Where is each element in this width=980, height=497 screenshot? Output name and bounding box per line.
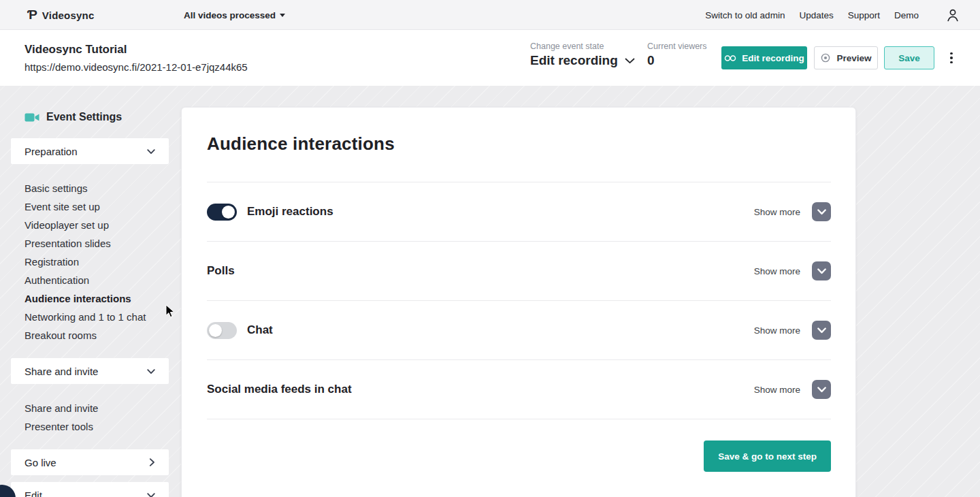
feature-row-polls: Polls Show more: [207, 242, 831, 301]
videosync-brand: Ƥ Videosync: [27, 0, 94, 30]
toggle-knob: [222, 206, 235, 219]
expand-chat-button[interactable]: [812, 321, 831, 340]
feature-label: Chat: [247, 323, 273, 337]
chevron-down-icon: [817, 268, 826, 274]
row-actions: Show more: [754, 261, 831, 280]
panel-footer: Save & go to next step: [207, 440, 831, 472]
caret-down-icon: [280, 14, 285, 17]
feature-row-social-media-feeds-in-chat: Social media feeds in chat Show more: [207, 360, 831, 419]
video-camera-icon: [24, 112, 39, 123]
sidebar-group-edit[interactable]: Edit: [11, 482, 169, 497]
sidebar-group-label: Preparation: [24, 146, 78, 157]
panel-title: Audience interactions: [207, 133, 831, 154]
chevron-down-icon: [625, 58, 635, 64]
expand-emoji-reactions-button[interactable]: [812, 202, 831, 221]
event-state-value: Edit recording: [530, 53, 618, 68]
sidebar-item-list: Share and invitePresenter tools: [24, 399, 155, 436]
brand-name: Videosync: [42, 10, 95, 21]
topbar-link-demo[interactable]: Demo: [894, 10, 919, 20]
show-more-link[interactable]: Show more: [754, 207, 800, 217]
current-viewers-count: 0: [647, 53, 707, 68]
show-more-link[interactable]: Show more: [754, 325, 800, 336]
sidebar-group-go-live[interactable]: Go live: [11, 449, 169, 475]
save-and-next-step-button[interactable]: Save & go to next step: [704, 440, 831, 472]
topbar-link-switch-to-old-admin[interactable]: Switch to old admin: [705, 10, 785, 20]
show-more-link[interactable]: Show more: [754, 385, 800, 395]
eye-icon: [820, 52, 831, 63]
sidebar-item-registration[interactable]: Registration: [24, 253, 155, 271]
expand-polls-button[interactable]: [812, 261, 831, 280]
topbar-link-updates[interactable]: Updates: [799, 10, 833, 20]
current-viewers-block: Current viewers 0: [647, 42, 707, 68]
video-status-label: All videos processed: [184, 10, 276, 20]
event-state-block: Change event state Edit recording: [530, 42, 635, 68]
more-options-kebab-menu[interactable]: [945, 46, 958, 69]
top-bar: Ƥ Videosync All videos processed Switch …: [0, 0, 980, 30]
feature-label: Polls: [207, 264, 235, 278]
sidebar: Event Settings Preparation Basic setting…: [0, 86, 180, 497]
feature-rows: Emoji reactions Show more Polls Show mor…: [207, 182, 831, 419]
record-infinity-icon: [724, 54, 736, 62]
show-more-link[interactable]: Show more: [754, 266, 800, 276]
sidebar-item-presenter-tools[interactable]: Presenter tools: [24, 417, 155, 436]
video-status-dropdown[interactable]: All videos processed: [184, 0, 285, 30]
sidebar-item-event-site-set-up[interactable]: Event site set up: [24, 197, 155, 216]
preview-button[interactable]: Preview: [814, 46, 878, 69]
save-label: Save: [898, 53, 920, 63]
sidebar-group-label: Edit: [24, 490, 42, 497]
chat-toggle[interactable]: [207, 322, 237, 339]
event-title: Videosync Tutorial: [24, 43, 127, 57]
sidebar-item-networking-and-1-to-1-chat[interactable]: Networking and 1 to 1 chat: [24, 308, 155, 326]
chevron-down-icon: [147, 492, 155, 497]
topbar-links: Switch to old adminUpdatesSupportDemo: [705, 0, 919, 30]
sidebar-group-preparation[interactable]: Preparation: [11, 138, 169, 164]
person-icon: [947, 9, 959, 22]
content-area: Event Settings Preparation Basic setting…: [0, 86, 980, 497]
event-header: Videosync Tutorial https://demo.videosyn…: [0, 30, 980, 86]
row-actions: Show more: [754, 321, 831, 340]
sidebar-item-videoplayer-set-up[interactable]: Videoplayer set up: [24, 216, 155, 234]
sidebar-item-basic-settings[interactable]: Basic settings: [24, 179, 155, 197]
sidebar-item-authentication[interactable]: Authentication: [24, 271, 155, 289]
preview-label: Preview: [836, 53, 871, 63]
row-actions: Show more: [754, 380, 831, 399]
row-actions: Show more: [754, 202, 831, 221]
feature-label: Social media feeds in chat: [207, 383, 352, 396]
sidebar-item-audience-interactions[interactable]: Audience interactions: [24, 289, 155, 308]
audience-interactions-panel: Audience interactions Emoji reactions Sh…: [181, 107, 856, 497]
event-state-label: Change event state: [530, 42, 635, 51]
sidebar-group-label: Go live: [24, 457, 56, 468]
feature-label: Emoji reactions: [247, 205, 333, 219]
user-account-button[interactable]: [947, 9, 959, 22]
sidebar-item-list: Basic settingsEvent site set upVideoplay…: [24, 179, 155, 344]
current-viewers-label: Current viewers: [647, 42, 707, 51]
edit-recording-label: Edit recording: [742, 53, 804, 63]
sidebar-item-share-and-invite[interactable]: Share and invite: [24, 399, 155, 417]
event-state-dropdown[interactable]: Edit recording: [530, 53, 635, 68]
event-url: https://demo.videosync.fi/2021-12-01-e7j…: [24, 61, 248, 73]
sidebar-item-presentation-slides[interactable]: Presentation slides: [24, 234, 155, 253]
videosync-logo-icon: Ƥ: [27, 8, 37, 21]
feature-row-emoji-reactions: Emoji reactions Show more: [207, 182, 831, 242]
sidebar-item-breakout-rooms[interactable]: Breakout rooms: [24, 326, 155, 344]
sidebar-group-label: Share and invite: [24, 366, 98, 377]
chevron-right-icon: [149, 458, 155, 466]
sidebar-title: Event Settings: [46, 111, 122, 123]
save-button[interactable]: Save: [884, 46, 934, 69]
chevron-down-icon: [817, 208, 826, 215]
sidebar-groups: Preparation Basic settingsEvent site set…: [0, 138, 180, 497]
chevron-down-icon: [817, 327, 826, 334]
expand-social-media-feeds-in-chat-button[interactable]: [812, 380, 831, 399]
feature-row-chat: Chat Show more: [207, 301, 831, 360]
emoji-reactions-toggle[interactable]: [207, 204, 237, 221]
sidebar-header: Event Settings: [24, 110, 180, 124]
chevron-down-icon: [147, 368, 155, 374]
page: Ƥ Videosync All videos processed Switch …: [0, 0, 980, 497]
toggle-knob: [209, 324, 222, 337]
edit-recording-button[interactable]: Edit recording: [721, 46, 807, 69]
chevron-down-icon: [817, 386, 826, 393]
sidebar-group-share-and-invite[interactable]: Share and invite: [11, 358, 169, 384]
topbar-link-support[interactable]: Support: [848, 10, 880, 20]
chevron-down-icon: [147, 148, 155, 155]
